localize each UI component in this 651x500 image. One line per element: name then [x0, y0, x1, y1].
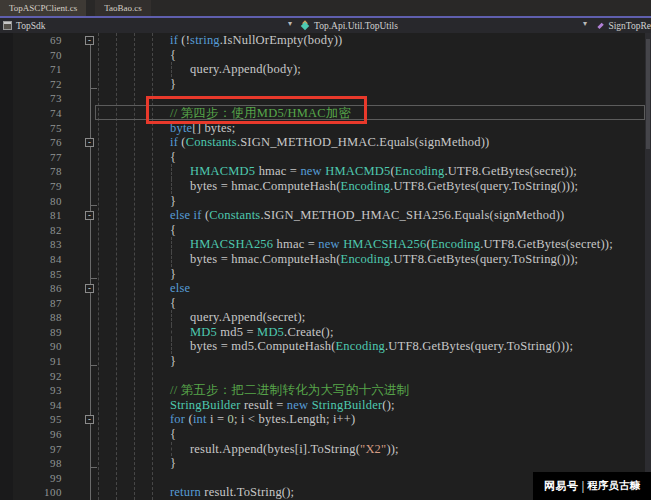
code-line[interactable]: 97result.Append(bytes[i].ToString("X2"))… — [0, 442, 651, 457]
code-text: { — [170, 427, 176, 442]
watermark-brand: 网易号 — [544, 479, 579, 494]
line-number[interactable]: 70 — [12, 48, 62, 63]
code-text: } — [170, 267, 176, 282]
tab-bar: TopASCPClient.cs TaoBao.cs — [0, 0, 651, 16]
navigation-bar: TopSdk ▾ Top.Api.Util.TopUtils ▾ SignTop… — [0, 18, 651, 33]
code-line[interactable]: 76-if (Constants.SIGN_METHOD_HMAC.Equals… — [0, 135, 651, 150]
fold-toggle-icon[interactable]: - — [85, 36, 94, 45]
code-line[interactable]: 87{ — [0, 296, 651, 311]
code-text: for (int i = 0; i < bytes.Length; i++) — [170, 412, 355, 427]
code-line[interactable]: 69-if (!string.IsNullOrEmpty(body)) — [0, 33, 651, 48]
line-number[interactable]: 71 — [12, 62, 62, 77]
vertical-scrollbar[interactable] — [645, 33, 651, 500]
line-number[interactable]: 72 — [12, 77, 62, 92]
code-line[interactable]: 70{ — [0, 48, 651, 63]
code-text: } — [170, 77, 176, 92]
member-name: SignTopRe — [608, 21, 651, 31]
fold-toggle-icon[interactable]: - — [85, 138, 94, 147]
tab-taobao-cs[interactable]: TaoBao.cs — [95, 0, 151, 16]
fold-toggle-icon[interactable]: - — [85, 211, 94, 220]
code-line[interactable]: 98} — [0, 456, 651, 471]
code-line[interactable]: 85} — [0, 267, 651, 282]
line-number[interactable]: 84 — [12, 252, 62, 267]
line-number[interactable]: 96 — [12, 427, 62, 442]
line-number[interactable]: 87 — [12, 296, 62, 311]
fold-end-tick — [90, 467, 97, 468]
line-number[interactable]: 88 — [12, 310, 62, 325]
code-line[interactable]: 88query.Append(secret); — [0, 310, 651, 325]
code-line[interactable]: 72} — [0, 77, 651, 92]
line-number[interactable]: 75 — [12, 121, 62, 136]
code-text: query.Append(secret); — [190, 310, 306, 325]
line-number[interactable]: 94 — [12, 398, 62, 413]
code-text: bytes = hmac.ComputeHash(Encoding.UTF8.G… — [190, 179, 578, 194]
line-number[interactable]: 91 — [12, 354, 62, 369]
line-number[interactable]: 77 — [12, 150, 62, 165]
breadcrumb-member-dropdown[interactable]: SignTopRe — [597, 18, 651, 33]
line-number[interactable]: 97 — [12, 442, 62, 457]
code-line[interactable]: 84bytes = hmac.ComputeHash(Encoding.UTF8… — [0, 252, 651, 267]
chevron-down-icon[interactable]: ▾ — [583, 19, 587, 28]
line-number[interactable]: 85 — [12, 267, 62, 282]
code-line[interactable]: 93// 第五步：把二进制转化为大写的十六进制 — [0, 383, 651, 398]
line-number[interactable]: 73 — [12, 91, 62, 106]
scrollbar-thumb[interactable] — [646, 39, 650, 149]
code-line[interactable]: 96{ — [0, 427, 651, 442]
fold-toggle-icon[interactable]: - — [85, 415, 94, 424]
code-line[interactable]: 86-else — [0, 281, 651, 296]
tab-topascpclient-cs[interactable]: TopASCPClient.cs — [0, 0, 86, 16]
indent-guide — [171, 325, 172, 340]
code-text: HMACSHA256 hmac = new HMACSHA256(Encodin… — [190, 237, 613, 252]
code-line[interactable]: 94StringBuilder result = new StringBuild… — [0, 398, 651, 413]
code-line[interactable]: 89MD5 md5 = MD5.Create(); — [0, 325, 651, 340]
fold-toggle-icon[interactable]: - — [85, 284, 94, 293]
code-text: HMACMD5 hmac = new HMACMD5(Encoding.UTF8… — [190, 164, 577, 179]
line-number[interactable]: 78 — [12, 164, 62, 179]
line-number[interactable]: 89 — [12, 325, 62, 340]
code-line[interactable]: 95-for (int i = 0; i < bytes.Length; i++… — [0, 412, 651, 427]
code-line[interactable]: 82{ — [0, 223, 651, 238]
fold-end-tick — [90, 278, 97, 279]
code-text: { — [170, 223, 176, 238]
line-number[interactable]: 98 — [12, 456, 62, 471]
line-number[interactable]: 90 — [12, 339, 62, 354]
code-text: { — [170, 48, 176, 63]
fold-structure-line — [90, 39, 91, 500]
code-line[interactable]: 91} — [0, 354, 651, 369]
line-number[interactable]: 76 — [12, 135, 62, 150]
line-number[interactable]: 74 — [12, 106, 62, 121]
tab-label: TopASCPClient.cs — [9, 3, 77, 13]
breadcrumb-class-dropdown[interactable]: Top.Api.Util.TopUtils — [300, 18, 398, 33]
line-number[interactable]: 99 — [12, 471, 62, 486]
code-text: return result.ToString(); — [170, 485, 294, 500]
line-number[interactable]: 69 — [12, 33, 62, 48]
code-line[interactable]: 80} — [0, 194, 651, 209]
breadcrumb-project-dropdown[interactable]: TopSdk — [3, 18, 45, 33]
code-line[interactable]: 79bytes = hmac.ComputeHash(Encoding.UTF8… — [0, 179, 651, 194]
chevron-down-icon[interactable]: ▾ — [288, 19, 292, 28]
line-number[interactable]: 82 — [12, 223, 62, 238]
code-text: } — [170, 194, 176, 209]
code-line[interactable]: 78HMACMD5 hmac = new HMACMD5(Encoding.UT… — [0, 164, 651, 179]
tab-label: TaoBao.cs — [104, 3, 142, 13]
code-editor[interactable]: 69-if (!string.IsNullOrEmpty(body))70{71… — [0, 33, 651, 500]
line-number[interactable]: 83 — [12, 237, 62, 252]
code-line[interactable]: 71query.Append(body); — [0, 62, 651, 77]
code-line[interactable]: 83HMACSHA256 hmac = new HMACSHA256(Encod… — [0, 237, 651, 252]
code-line[interactable]: 92 — [0, 369, 651, 384]
line-number[interactable]: 86 — [12, 281, 62, 296]
code-text: else — [170, 281, 190, 296]
indent-guide — [171, 252, 172, 267]
line-number[interactable]: 79 — [12, 179, 62, 194]
line-number[interactable]: 93 — [12, 383, 62, 398]
code-line[interactable]: 90bytes = md5.ComputeHash(Encoding.UTF8.… — [0, 339, 651, 354]
line-number[interactable]: 92 — [12, 369, 62, 384]
line-number[interactable]: 95 — [12, 412, 62, 427]
line-number[interactable]: 100 — [12, 485, 62, 500]
code-line[interactable]: 77{ — [0, 150, 651, 165]
line-number[interactable]: 80 — [12, 194, 62, 209]
code-line[interactable]: 81-else if (Constants.SIGN_METHOD_HMAC_S… — [0, 208, 651, 223]
code-text: if (!string.IsNullOrEmpty(body)) — [170, 33, 342, 48]
code-text: StringBuilder result = new StringBuilder… — [170, 398, 395, 413]
line-number[interactable]: 81 — [12, 208, 62, 223]
